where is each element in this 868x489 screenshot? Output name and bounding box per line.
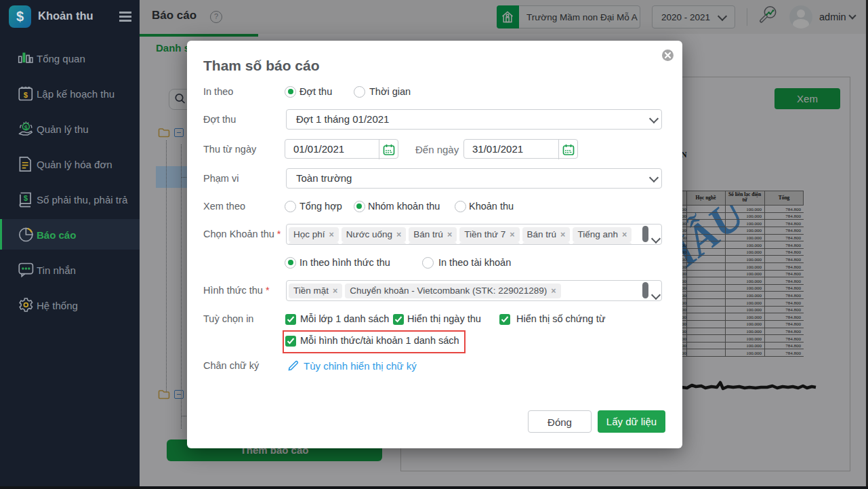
svg-text:$: $ xyxy=(24,123,28,130)
svg-text:$: $ xyxy=(24,193,28,201)
svg-text:$: $ xyxy=(24,90,28,98)
